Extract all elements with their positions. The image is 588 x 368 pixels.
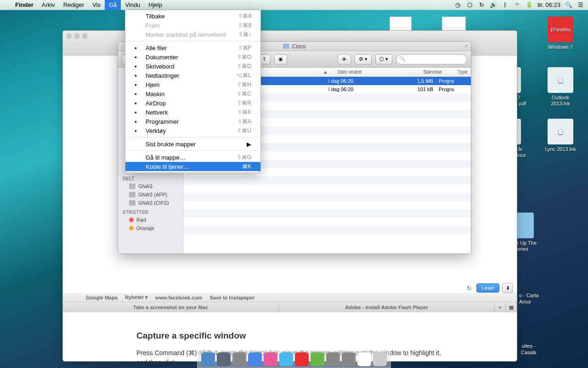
status-icon[interactable]: ◷ [454, 1, 461, 9]
downloads-button[interactable]: ⬇ [502, 283, 513, 293]
desktop-icon: ▪ [135, 63, 143, 70]
desktop-icon[interactable]: 📄Outlook 2013.lnk [542, 67, 579, 107]
menu-item[interactable]: Koble til tjener…⌘K [125, 162, 260, 171]
col-size[interactable]: Størrelse [413, 69, 445, 75]
menu-item[interactable]: ▪Maskin⇧⌘C [125, 89, 260, 98]
wifi-icon[interactable]: ⌔ [514, 1, 521, 9]
folder-icon [283, 44, 289, 49]
shortcut: ⇧⌘D [237, 63, 251, 69]
quicklook-button[interactable]: 👁 [338, 54, 351, 64]
col-type[interactable]: Type [445, 69, 471, 75]
action-button[interactable]: ⚙ ▾ [355, 54, 372, 64]
sidebar-shared-item[interactable]: GNAS (CIFS) [118, 199, 183, 207]
sidebar-shared-item[interactable]: GNAS (AFP) [118, 190, 183, 199]
menu-item[interactable]: ▪AirDrop⇧⌘R [125, 98, 260, 108]
tab-overview-button[interactable]: ▦ [506, 302, 517, 312]
dock-app-icon[interactable] [326, 352, 340, 366]
tag-color-icon [129, 226, 134, 230]
menu-ga[interactable]: Gå [105, 0, 121, 10]
downloads-icon: ▪ [135, 72, 143, 79]
dock-app-icon[interactable] [232, 352, 246, 366]
menu-item[interactable]: ▪Nedlastinger⌥⌘L [125, 71, 260, 80]
shortcut: ⇧⌘C [237, 91, 251, 97]
dock-app-icon[interactable] [342, 352, 356, 366]
timemachine-icon[interactable]: ↻ [478, 1, 485, 9]
sidebar-tag-item[interactable]: Oransje [118, 224, 183, 232]
safari-tab[interactable]: Adobe - Install Adobe Flash Player [279, 302, 495, 312]
file-icon: 📄 [548, 119, 573, 144]
dock-app-icon[interactable] [311, 352, 324, 366]
sidebar-section-tags: ETIKETTER [118, 207, 183, 216]
dock-app-icon[interactable] [264, 352, 277, 366]
safari-bookmarks-bar: Google Maps Nyheter ▾ www.facebook.com S… [63, 293, 517, 302]
menu-item-label: Nettverk [146, 109, 237, 116]
docs-icon: ▪ [135, 54, 143, 61]
menu-vindu[interactable]: Vindu [121, 0, 144, 10]
tag-color-icon [129, 218, 134, 222]
menu-item[interactable]: ▪Alle filer⇧⌘F [125, 43, 260, 52]
menu-hjelp[interactable]: Hjelp [144, 0, 166, 10]
dock-app-icon[interactable] [217, 352, 231, 366]
bookmark-item[interactable]: Save to Instapaper [209, 295, 254, 300]
clock[interactable]: tir. 06:23 [537, 1, 560, 8]
shortcut: ⇧⌘U [237, 127, 251, 134]
menu-item[interactable]: Sist brukte mapper▶ [125, 139, 260, 149]
reload-icon[interactable]: ↻ [464, 283, 474, 293]
menu-item[interactable]: ▪Hjem⇧⌘H [125, 80, 260, 89]
submenu-arrow-icon: ▶ [247, 141, 251, 148]
col-sort-indicator[interactable]: ▲ [317, 69, 335, 75]
fullscreen-icon[interactable]: ⤢ [464, 43, 468, 48]
bluetooth-icon[interactable]: ᛒ [502, 1, 509, 9]
menu-app[interactable]: Finder [11, 0, 38, 10]
menu-item[interactable]: ▪Nettverk⇧⌘K [125, 108, 260, 117]
dropbox-button[interactable]: ⬡ ▾ [375, 54, 392, 64]
dock-app-icon[interactable] [248, 352, 262, 366]
menu-item[interactable]: ▪Dokumenter⇧⌘O [125, 52, 260, 62]
bookmark-item[interactable]: Nyheter ▾ [125, 294, 148, 300]
menu-item[interactable]: ▪Programmer⇧⌘A [125, 117, 260, 126]
file-icon: ‖Parallels [548, 17, 573, 42]
menu-vis[interactable]: Vis [88, 0, 105, 10]
sidebar-shared-item[interactable]: GNAS [118, 182, 183, 190]
icon-label: Outlook 2013.lnk [542, 95, 579, 107]
col-date[interactable]: Dato endret [335, 69, 413, 75]
computer-icon: ▪ [135, 91, 143, 98]
sidebar-tag-item[interactable]: Rød [118, 216, 183, 224]
dock-app-icon[interactable] [357, 352, 371, 366]
desktop-label-fragment: uites - [522, 343, 536, 349]
desktop-icon[interactable]: ‖ParallelsWindows 7 [542, 17, 579, 50]
dock-app-icon[interactable] [279, 352, 293, 366]
notification-icon[interactable]: ☰ [577, 1, 584, 9]
menu-item-label: AirDrop [146, 100, 237, 107]
dropbox-icon[interactable]: ⬡ [466, 1, 473, 9]
search-field[interactable] [396, 54, 467, 64]
desktop-icon[interactable]: 📄Lync 2013.lnk [542, 119, 579, 152]
safari-tab[interactable]: Take a screenshot on your Mac [63, 302, 279, 312]
dock-app-icon[interactable] [201, 352, 215, 366]
traffic-lights[interactable] [67, 34, 87, 39]
menu-item[interactable]: Tilbake⇧⌘8 [125, 12, 260, 21]
bookmark-item[interactable]: www.facebook.com [155, 295, 202, 300]
shortcut: ⇧⌘9 [238, 22, 251, 29]
spotlight-icon[interactable]: 🔍 [565, 1, 572, 9]
dock-app-icon[interactable] [295, 352, 309, 366]
menu-item: Fram⇧⌘9 [125, 21, 260, 30]
menu-item[interactable]: ▪Skrivebord⇧⌘D [125, 62, 260, 71]
sidebar-section-shared: DELT [118, 173, 183, 182]
menu-item-label: Maskin [146, 91, 237, 98]
volume-icon[interactable]: 🔊 [490, 1, 497, 9]
menu-rediger[interactable]: Rediger [59, 0, 89, 10]
new-tab-button[interactable]: + [495, 302, 506, 312]
apps-icon: ▪ [135, 118, 143, 125]
menu-item[interactable]: ▪Verktøy⇧⌘U [125, 126, 260, 135]
reader-button[interactable]: Leser [476, 283, 499, 293]
menu-arkiv[interactable]: Arkiv [38, 0, 59, 10]
bookmark-item[interactable]: Google Maps [86, 295, 118, 300]
utilities-icon: ▪ [135, 127, 143, 134]
menu-item[interactable]: Gå til mappe…⇧⌘G [125, 153, 260, 162]
tags-button[interactable]: ◉ [274, 54, 287, 64]
dock-app-icon[interactable] [373, 352, 387, 366]
menu-item-label: Fram [146, 22, 238, 29]
shortcut: ⌥⌘L [236, 72, 251, 79]
battery-icon[interactable]: 🔋 [526, 1, 533, 9]
